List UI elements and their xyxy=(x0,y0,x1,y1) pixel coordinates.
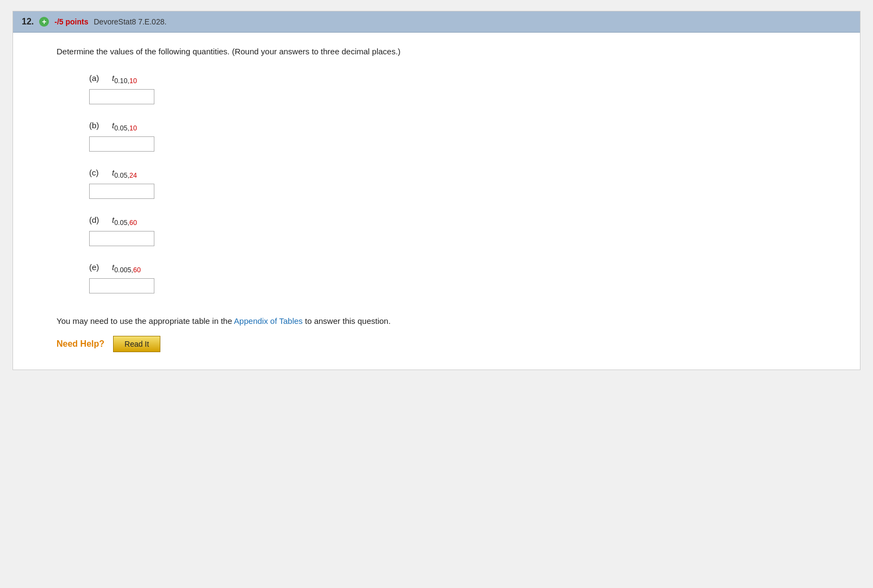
part-a-letter: (a) xyxy=(89,73,105,83)
part-b-label-row: (b) t0.05,10 xyxy=(89,121,838,132)
part-c-input[interactable] xyxy=(89,184,154,199)
part-b-input[interactable] xyxy=(89,136,154,152)
part-a: (a) t0.10,10 xyxy=(89,73,838,104)
part-c: (c) t0.05,24 xyxy=(89,168,838,199)
appendix-link[interactable]: Appendix of Tables xyxy=(234,316,302,326)
add-icon: + xyxy=(39,17,49,27)
part-a-input[interactable] xyxy=(89,89,154,104)
part-a-expression: t0.10,10 xyxy=(112,73,137,85)
part-c-label-row: (c) t0.05,24 xyxy=(89,168,838,179)
part-c-letter: (c) xyxy=(89,168,105,177)
footer-note-suffix: to answer this question. xyxy=(303,316,391,326)
footer-note-prefix: You may need to use the appropriate tabl… xyxy=(57,316,234,326)
question-body: Determine the values of the following qu… xyxy=(13,33,860,370)
parts-list: (a) t0.10,10 (b) t0.05,10 xyxy=(89,73,838,293)
part-d-expression: t0.05,60 xyxy=(112,215,137,227)
part-b: (b) t0.05,10 xyxy=(89,121,838,152)
part-d: (d) t0.05,60 xyxy=(89,215,838,246)
part-e-expression: t0.005,60 xyxy=(112,262,141,274)
question-number: 12. xyxy=(22,17,34,27)
footer-note: You may need to use the appropriate tabl… xyxy=(57,315,838,328)
part-a-label-row: (a) t0.10,10 xyxy=(89,73,838,85)
part-e: (e) t0.005,60 xyxy=(89,262,838,293)
part-d-input[interactable] xyxy=(89,231,154,246)
instructions: Determine the values of the following qu… xyxy=(57,46,838,58)
need-help-label: Need Help? xyxy=(57,339,104,349)
help-section: Need Help? Read It xyxy=(57,336,838,352)
problem-id: DevoreStat8 7.E.028. xyxy=(93,17,166,26)
read-it-button[interactable]: Read It xyxy=(113,336,160,352)
part-e-letter: (e) xyxy=(89,262,105,272)
part-d-letter: (d) xyxy=(89,215,105,224)
part-c-expression: t0.05,24 xyxy=(112,168,137,179)
part-d-label-row: (d) t0.05,60 xyxy=(89,215,838,227)
part-b-letter: (b) xyxy=(89,121,105,130)
question-header: 12. + -/5 points DevoreStat8 7.E.028. xyxy=(13,11,860,33)
points-text: -/5 points xyxy=(54,17,88,26)
question-container: 12. + -/5 points DevoreStat8 7.E.028. De… xyxy=(13,11,860,370)
part-b-expression: t0.05,10 xyxy=(112,121,137,132)
part-e-input[interactable] xyxy=(89,278,154,293)
part-e-label-row: (e) t0.005,60 xyxy=(89,262,838,274)
